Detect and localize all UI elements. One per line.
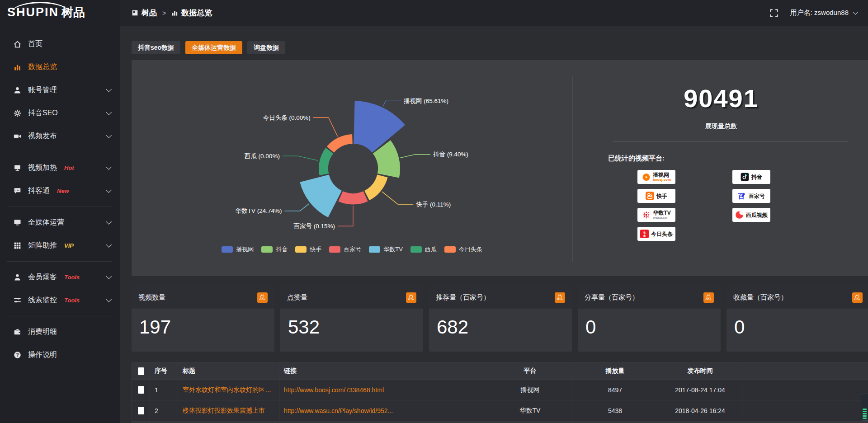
widget-bar [863, 409, 867, 410]
menu-tag: Tools [64, 297, 80, 304]
video-url-link[interactable]: http://www.wasu.cn/Play/show/id/952... [284, 407, 393, 414]
sidebar-item-8[interactable]: 矩阵助推VIP [0, 234, 120, 257]
sidebar-menu: 首页数据总览账号管理抖音SEO视频发布视频加热Hot抖客通New全媒体运营矩阵助… [0, 26, 120, 367]
breadcrumb-item-current[interactable]: 数据总览 [181, 8, 212, 18]
pie-slice-华数TV[interactable] [300, 175, 342, 218]
topbar: 树品 > 数据总览 用户名: zswodun88 [120, 0, 868, 26]
logo-arc-decoration [11, 2, 70, 14]
home-icon [14, 40, 21, 48]
pie-label-抖音: 抖音 (9.40%) [433, 151, 468, 158]
pie-label-西瓜: 西瓜 (0.00%) [245, 153, 280, 160]
row-views-cell: 8497 [572, 380, 658, 400]
topbar-right: 用户名: zswodun88 [769, 9, 856, 18]
sidebar-item-label: 抖音SEO [28, 108, 58, 118]
platform-name: 今日头条 [651, 231, 673, 237]
select-all-checkbox[interactable] [138, 367, 144, 375]
video-title-link[interactable]: 室外水纹灯和室内水纹灯的区别和简介 [183, 386, 279, 393]
sidebar-item-7[interactable]: 全媒体运营 [0, 211, 120, 234]
user-menu[interactable]: 用户名: zswodun88 [790, 9, 856, 17]
legend-item-今日头条[interactable]: 今日头条 [444, 245, 482, 254]
video-table: 序号标题链接平台播放量发布时间1室外水纹灯和室内水纹灯的区别和简介http://… [132, 362, 868, 421]
sidebar-item-label: 账号管理 [28, 85, 57, 95]
sidebar-item-4[interactable]: 视频发布 [0, 125, 120, 148]
legend-item-快手[interactable]: 快手 [295, 245, 321, 254]
total-impressions-value: 90491 [573, 84, 868, 113]
sidebar-item-0[interactable]: 首页 [0, 33, 120, 56]
menu-tag: Tools [64, 274, 80, 281]
total-badge: 总 [555, 292, 565, 303]
sidebar-item-6[interactable]: 抖客通New [0, 179, 120, 202]
chevron-down-icon [106, 187, 112, 193]
fullscreen-icon[interactable] [769, 9, 778, 18]
pie-slice-百家号[interactable] [338, 191, 368, 204]
menu-divider [7, 316, 113, 316]
video-url-link[interactable]: http://www.boosj.com/7338468.html [284, 386, 384, 394]
row-checkbox[interactable] [138, 407, 144, 414]
floating-widget[interactable] [861, 394, 868, 421]
legend-swatch [295, 246, 307, 253]
menu-tag: New [57, 188, 69, 194]
row-checkbox[interactable] [138, 386, 144, 394]
breadcrumb-item-root[interactable]: 树品 [142, 8, 157, 18]
screen-heat-icon [14, 164, 21, 172]
total-badge: 总 [703, 292, 714, 303]
sidebar-item-5[interactable]: 视频加热Hot [0, 156, 120, 179]
menu-tag: Hot [64, 164, 74, 171]
row-index-cell: 1 [150, 380, 178, 400]
sidebar-item-1[interactable]: 数据总览 [0, 56, 120, 79]
widget-bar [863, 411, 867, 412]
row-title-cell: 室外水纹灯和室内水纹灯的区别和简介 [178, 380, 279, 400]
sidebar-item-label: 视频发布 [28, 132, 57, 141]
app-logo[interactable]: SHUPIN树品 [0, 0, 120, 26]
legend-item-华数TV[interactable]: 华数TV [369, 245, 403, 254]
sidebar-item-10[interactable]: 线索监控Tools [0, 289, 120, 312]
row-filler-cell [742, 400, 868, 421]
stat-cards-row: 视频数量总197点赞量总532推荐量（百家号）总682分享量（百家号）总0收藏量… [132, 286, 868, 352]
sidebar-item-label: 视频加热 [28, 163, 57, 173]
tab-2[interactable]: 询盘数据 [247, 41, 285, 54]
pie-slice-快手[interactable] [364, 175, 387, 201]
platform-name: 快手 [656, 193, 667, 199]
legend-item-抖音[interactable]: 抖音 [261, 245, 288, 254]
platform-badge-百家号: 百百家号 [732, 189, 770, 203]
tab-0[interactable]: 抖音seo数据 [132, 41, 180, 54]
legend-swatch [444, 246, 456, 253]
sidebar-item-2[interactable]: 账号管理 [0, 79, 120, 102]
menu-divider [7, 207, 113, 207]
stat-card-header: 推荐量（百家号）总 [429, 286, 572, 309]
legend-swatch [222, 246, 233, 253]
tab-1[interactable]: 全媒体运营数据 [185, 41, 242, 54]
legend-label: 播视网 [236, 245, 254, 254]
pie-label-百家号: 百家号 (0.15%) [293, 223, 335, 230]
platform-badge-text: 快手 [656, 193, 667, 199]
legend-label: 快手 [310, 245, 321, 254]
sidebar-item-label: 操作说明 [28, 350, 57, 360]
row-index-cell: 2 [150, 400, 178, 421]
breadcrumb-separator: > [162, 9, 166, 17]
chevron-down-icon [106, 132, 112, 138]
sidebar-item-11[interactable]: 消费明细 [0, 320, 120, 343]
header-checkbox-cell [132, 363, 150, 380]
pie-slice-西瓜[interactable] [319, 148, 333, 175]
pie-slice-播视网[interactable] [354, 101, 405, 153]
platform-name: 西瓜视频 [746, 212, 768, 218]
sidebar-item-9[interactable]: 会员爆客Tools [0, 266, 120, 289]
row-platform-cell: 播视网 [488, 380, 572, 400]
video-camera-icon [14, 132, 21, 140]
legend-label: 华数TV [383, 245, 403, 254]
video-title-link[interactable]: 楼体投影灯投影效果震撼上市 [183, 407, 265, 414]
legend-item-西瓜[interactable]: 西瓜 [410, 245, 437, 254]
platform-badge-华数TV: 华数TVwasu.cn [637, 208, 675, 222]
legend-item-百家号[interactable]: 百家号 [329, 245, 361, 254]
chevron-down-icon [106, 273, 112, 279]
breadcrumb: 树品 > 数据总览 [132, 8, 212, 18]
pie-slice-今日头条[interactable] [327, 134, 353, 153]
pie-label-line-播视网 [383, 101, 401, 106]
stat-card-header: 分享量（百家号）总 [578, 286, 721, 309]
platform-name: 百家号 [749, 193, 765, 199]
chevron-down-icon [106, 164, 112, 170]
legend-item-播视网[interactable]: 播视网 [222, 245, 254, 254]
sidebar-item-12[interactable]: ?操作说明 [0, 343, 120, 367]
sidebar-item-3[interactable]: 抖音SEO [0, 102, 120, 125]
platform-badge-快手: 快手 [637, 189, 675, 203]
